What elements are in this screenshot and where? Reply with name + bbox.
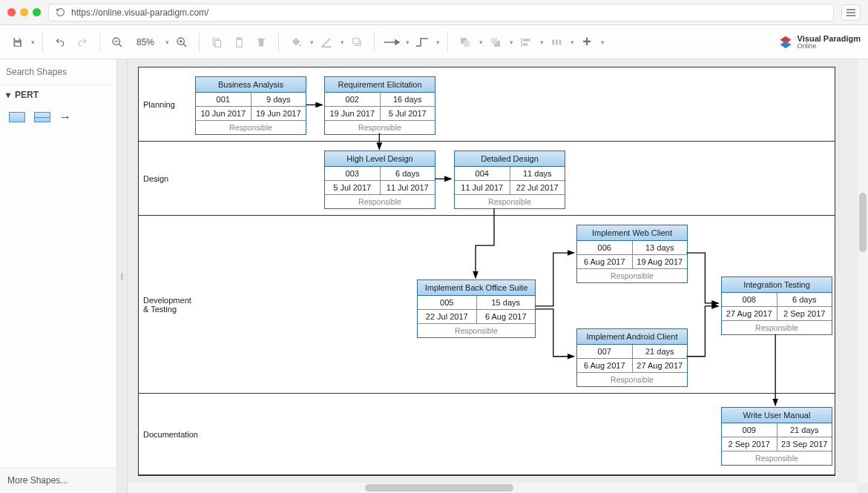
svg-rect-3 xyxy=(15,38,19,40)
lane-label-planning: Planning xyxy=(139,67,191,141)
svg-rect-22 xyxy=(491,38,497,44)
more-shapes-button[interactable]: More Shapes... xyxy=(0,467,116,493)
distribute-dropdown-icon[interactable]: ▾ xyxy=(571,39,574,46)
align-dropdown-icon[interactable]: ▾ xyxy=(540,39,544,46)
url-text: https://online.visual-paradigm.com/ xyxy=(71,7,208,18)
zoom-out-button[interactable] xyxy=(108,32,127,53)
node-requirement-elicitation[interactable]: Requirement Elicitation 00216 days 19 Ju… xyxy=(324,76,435,135)
save-dropdown-icon[interactable]: ▾ xyxy=(31,39,35,46)
connector-shape[interactable]: → xyxy=(59,110,71,124)
add-button[interactable]: + xyxy=(577,32,596,53)
svg-rect-26 xyxy=(552,39,554,44)
close-window-icon[interactable] xyxy=(7,8,16,16)
svg-rect-16 xyxy=(321,46,331,47)
paste-button[interactable] xyxy=(229,32,249,53)
node-detailed-design[interactable]: Detailed Design 00411 days 11 Jul 201722… xyxy=(454,150,565,209)
reload-icon[interactable] xyxy=(55,7,65,18)
node-android-client[interactable]: Implement Android Client 00721 days 6 Au… xyxy=(576,328,688,387)
lane-label-development: Development & Testing xyxy=(139,216,191,393)
copy-button[interactable] xyxy=(207,32,226,53)
node-user-manual[interactable]: Write User Manual 00921 days 2 Sep 20172… xyxy=(721,407,832,466)
to-front-button[interactable] xyxy=(456,32,475,53)
save-button[interactable] xyxy=(7,32,27,53)
svg-rect-20 xyxy=(464,41,470,47)
svg-rect-28 xyxy=(559,39,562,44)
horizontal-scrollbar[interactable] xyxy=(128,483,858,493)
minimize-window-icon[interactable] xyxy=(20,8,28,16)
sidebar-collapse-gutter[interactable]: ‖ xyxy=(117,59,128,493)
maximize-window-icon[interactable] xyxy=(33,8,41,16)
front-dropdown-icon[interactable]: ▾ xyxy=(479,39,483,46)
waypoint-style-button[interactable] xyxy=(412,32,432,53)
node-web-client[interactable]: Implement Web Client 00613 days 6 Aug 20… xyxy=(576,225,688,283)
back-dropdown-icon[interactable]: ▾ xyxy=(510,39,513,46)
svg-rect-27 xyxy=(556,39,558,44)
lane-label-design: Design xyxy=(139,142,191,215)
line-dropdown-icon[interactable]: ▾ xyxy=(341,39,344,46)
undo-button[interactable] xyxy=(50,32,70,53)
browser-chrome: https://online.visual-paradigm.com/ xyxy=(0,0,868,25)
fill-color-button[interactable] xyxy=(286,32,306,53)
app-toolbar: ▾ 85% ▾ ▾ ▾ ▾ ▾ ▾ xyxy=(0,25,868,59)
align-button[interactable] xyxy=(516,32,536,53)
waypoint-dropdown-icon[interactable]: ▾ xyxy=(436,39,440,46)
diagram-page[interactable]: Planning Business Analysis 0019 days 10 … xyxy=(138,67,835,476)
visual-paradigm-logo-icon xyxy=(778,35,793,50)
svg-line-9 xyxy=(183,44,186,47)
sidebar: ▾ PERT → More Shapes... xyxy=(0,59,117,493)
svg-point-15 xyxy=(299,44,301,46)
connector-style-button[interactable] xyxy=(382,32,401,53)
svg-rect-4 xyxy=(15,42,20,45)
pert-task-shape[interactable] xyxy=(9,112,25,122)
address-bar[interactable]: https://online.visual-paradigm.com/ xyxy=(48,4,834,21)
node-integration-testing[interactable]: Integration Testing 0086 days 27 Aug 201… xyxy=(721,277,832,335)
palette-title: PERT xyxy=(15,90,39,100)
line-color-button[interactable] xyxy=(317,32,336,53)
zoom-in-button[interactable] xyxy=(172,32,191,53)
node-back-office-suite[interactable]: Implement Back Office Suite 00515 days 2… xyxy=(417,279,536,338)
to-back-button[interactable] xyxy=(486,32,505,53)
canvas[interactable]: Planning Business Analysis 0019 days 10 … xyxy=(128,59,868,493)
brand-logo-area[interactable]: Visual ParadigmOnline xyxy=(778,35,861,50)
svg-line-6 xyxy=(119,44,122,47)
node-business-analysis[interactable]: Business Analysis 0019 days 10 Jun 20171… xyxy=(195,76,306,135)
zoom-dropdown-icon[interactable]: ▾ xyxy=(165,39,169,46)
node-high-level-design[interactable]: High Level Design 0036 days 5 Jul 201711… xyxy=(324,150,435,209)
vertical-scrollbar[interactable] xyxy=(858,59,868,483)
brand-text: Visual ParadigmOnline xyxy=(798,35,861,50)
delete-button[interactable] xyxy=(251,32,271,53)
pert-task-detailed-shape[interactable] xyxy=(34,112,50,122)
palette-body: → xyxy=(0,105,116,130)
browser-menu-icon[interactable] xyxy=(841,4,861,21)
fill-dropdown-icon[interactable]: ▾ xyxy=(310,39,314,46)
window-controls xyxy=(7,8,41,16)
svg-rect-12 xyxy=(215,40,221,47)
zoom-level[interactable]: 85% xyxy=(130,37,161,47)
svg-rect-17 xyxy=(353,38,359,43)
connector-dropdown-icon[interactable]: ▾ xyxy=(406,39,410,46)
search-shapes-input[interactable] xyxy=(6,67,117,77)
palette-header[interactable]: ▾ PERT xyxy=(0,85,116,105)
add-dropdown-icon[interactable]: ▾ xyxy=(601,39,605,46)
redo-button[interactable] xyxy=(73,32,92,53)
collapse-icon: ▾ xyxy=(6,90,10,100)
distribute-button[interactable] xyxy=(547,32,566,53)
svg-rect-24 xyxy=(523,39,530,41)
lane-label-documentation: Documentation xyxy=(139,394,191,474)
svg-rect-25 xyxy=(523,43,527,45)
shadow-button[interactable] xyxy=(347,32,366,53)
